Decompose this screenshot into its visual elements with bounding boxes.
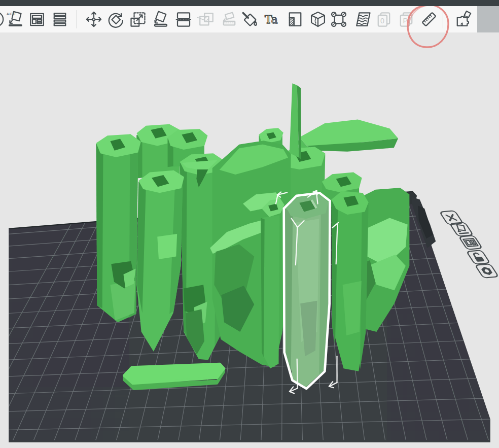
cut-icon[interactable] xyxy=(173,9,194,29)
seam-cube-icon[interactable] xyxy=(308,9,328,29)
model-cluster[interactable] xyxy=(96,83,410,371)
split-objects-icon[interactable] xyxy=(50,9,70,29)
arrange-icon[interactable] xyxy=(27,9,47,29)
mesh-boolean-icon[interactable] xyxy=(196,9,217,29)
frame-handles-icon[interactable] xyxy=(329,9,349,29)
toolbar-divider xyxy=(77,10,77,28)
text-tool-icon[interactable]: Ta xyxy=(262,9,282,29)
color-paint-icon[interactable] xyxy=(239,9,260,29)
toolbar-corner-block xyxy=(477,6,499,32)
doc-zero-icon[interactable]: 0 xyxy=(374,9,394,29)
scene-canvas xyxy=(0,32,499,448)
assembly-icon[interactable] xyxy=(453,9,473,29)
doc-p-icon[interactable]: P xyxy=(396,9,416,29)
measure-icon[interactable] xyxy=(419,9,439,29)
move-icon[interactable] xyxy=(84,9,104,29)
svg-text:AUTO: AUTO xyxy=(7,12,15,16)
window-top-bar xyxy=(0,0,499,6)
scale-icon[interactable] xyxy=(128,9,148,29)
support-paint-icon[interactable] xyxy=(219,9,239,29)
main-toolbar: AUTO xyxy=(0,6,477,32)
svg-text:Ta: Ta xyxy=(265,13,278,26)
auto-orient-icon[interactable]: AUTO xyxy=(5,9,25,29)
lay-on-face-icon[interactable] xyxy=(151,9,171,29)
negative-part-icon[interactable] xyxy=(285,9,305,29)
slicer-window: AUTO xyxy=(0,0,499,448)
rotate-icon[interactable] xyxy=(105,9,126,29)
toolbar-divider xyxy=(443,10,443,28)
svg-text:0: 0 xyxy=(380,17,384,25)
viewport-3d[interactable] xyxy=(0,32,499,448)
svg-text:P: P xyxy=(403,17,408,25)
selected-model[interactable] xyxy=(284,193,330,389)
variable-layer-height-icon[interactable] xyxy=(353,9,373,29)
